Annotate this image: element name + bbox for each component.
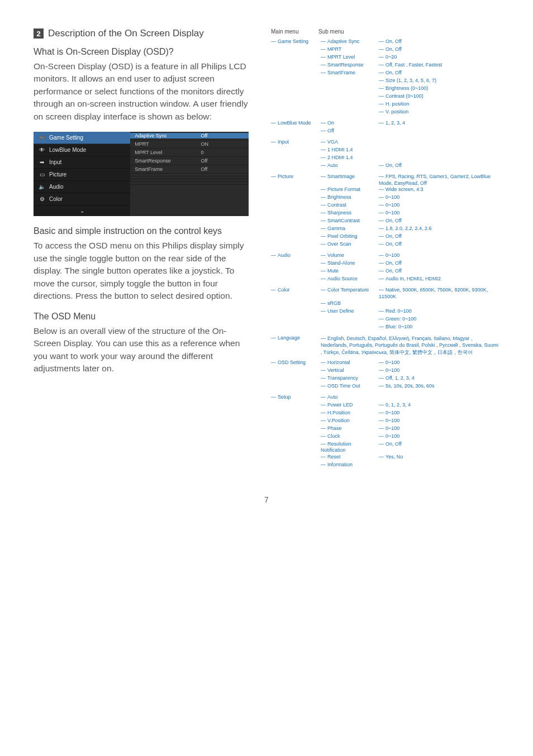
- tree-sub-item: —Auto: [321, 162, 379, 169]
- tree-option: —0~20: [379, 54, 499, 61]
- paragraph: On-Screen Display (OSD) is a feature in …: [34, 60, 249, 123]
- osd-right-list: Adaptive SyncOffMPRTONMPRT Level0SmartRe…: [130, 132, 249, 216]
- tree-sub-item: —Reset: [321, 454, 379, 461]
- tree-sub-item: —SmartResponse: [321, 62, 379, 69]
- tree-option: —On, Off: [379, 46, 499, 53]
- osd-nav-item[interactable]: ▭Picture: [34, 169, 130, 181]
- color-icon: ⚙: [38, 197, 46, 202]
- tree-option: —Red: 0~100: [379, 308, 499, 315]
- tree-option: —On, Off: [379, 260, 499, 267]
- tree-sub-item: —Auto: [321, 394, 379, 401]
- tree-option: —5s, 10s, 20s, 30s, 60s: [379, 383, 499, 390]
- osd-setting-row[interactable]: SmartResponseOff: [130, 157, 249, 165]
- tree-option: —Audio In, HDMI1, HDMI2: [379, 276, 499, 283]
- osd-setting-row: [130, 182, 249, 185]
- tree-main-item: —Input: [271, 139, 321, 146]
- osd-nav-label: Audio: [49, 184, 64, 190]
- osd-nav-item[interactable]: 👁LowBlue Mode: [34, 144, 130, 156]
- osd-nav-label: Input: [49, 159, 61, 165]
- tree-sub-item: —VGA: [321, 139, 379, 146]
- tree-option: —FPS, Racing, RTS, Gamer1, Gamer2, LowBl…: [379, 174, 499, 186]
- tree-option: —Size (1, 2, 3, 4, 5, 6, 7): [379, 78, 499, 84]
- tree-sub-item: —Brightness: [321, 194, 379, 201]
- tree-sub-item: —Clock: [321, 433, 379, 440]
- tree-sub-item: —MPRT Level: [321, 54, 379, 61]
- tree-option: —0~100: [379, 252, 499, 259]
- section-title: Description of the On Screen Display: [48, 28, 204, 39]
- osd-panel: 🎮Game Setting👁LowBlue Mode➡Input▭Picture…: [34, 132, 249, 216]
- tree-sub-item: —1 HDMI 1.4: [321, 147, 379, 154]
- tree-option: —On, Off: [379, 39, 499, 45]
- osd-nav-item[interactable]: ⚙Color: [34, 193, 130, 205]
- tree-sub-item: —Power LED: [321, 402, 379, 409]
- tree-sub-item: —SmartContrast: [321, 218, 379, 224]
- osd-nav-item[interactable]: ➡Input: [34, 156, 130, 169]
- tree-sub-item: —Contrast: [321, 202, 379, 209]
- tree-option: —Wide screen, 4:3: [379, 186, 499, 193]
- tree-sub-item: —MPRT: [321, 46, 379, 53]
- tree-sub-item: —sRGB: [321, 300, 379, 307]
- tree-option: —1, 2, 3, 4: [379, 120, 499, 127]
- tree-option: —0~100: [379, 202, 499, 209]
- tree-option: —Brightness (0~100): [379, 85, 499, 92]
- tree-option: —1.8, 2.0, 2.2, 2.4, 2.6: [379, 226, 499, 232]
- osd-setting-value: Off: [201, 158, 249, 164]
- tree-head-sub: Sub menu: [318, 28, 344, 35]
- tree-sub-item: —Horizontal: [321, 360, 379, 366]
- tree-sub-item: —2 HDMI 1.4: [321, 155, 379, 161]
- tree-option: —0, 1, 2, 3, 4: [379, 402, 499, 409]
- osd-setting-row[interactable]: MPRTON: [130, 140, 249, 149]
- tree-sub-item: —SmartImage: [321, 174, 379, 180]
- tree-main-item: —Audio: [271, 252, 321, 259]
- subsection-heading: Basic and simple instruction on the cont…: [34, 226, 249, 236]
- paragraph: Below is an overall view of the structur…: [34, 325, 249, 375]
- paragraph: To access the OSD menu on this Philips d…: [34, 240, 249, 302]
- osd-nav-label: Color: [49, 196, 63, 202]
- osd-setting-row[interactable]: MPRT Level0: [130, 149, 249, 157]
- tree-sub-item: —User Define: [321, 308, 379, 315]
- tree-main-item: —Picture: [271, 174, 321, 180]
- tree-sub-item: —Off: [321, 128, 379, 135]
- tree-option: —0~100: [379, 367, 499, 374]
- tree-option: —On, Off: [379, 441, 499, 448]
- picture-icon: ▭: [38, 172, 46, 178]
- tree-option: —On, Off: [379, 233, 499, 240]
- tree-sub-item: —Pixel Orbiting: [321, 233, 379, 240]
- tree-sub-item: —OSD Time Out: [321, 383, 379, 390]
- osd-setting-name: SmartFrame: [130, 166, 201, 172]
- tree-sub-item: —On: [321, 120, 379, 127]
- tree-sub-item: —Over Scan: [321, 241, 379, 248]
- page: 2 Description of the On Screen Display W…: [0, 0, 533, 527]
- osd-setting-value: Off: [201, 166, 249, 172]
- tree-option: —Native, 5000K, 6500K, 7500K, 8200K, 930…: [379, 287, 499, 300]
- page-number: 7: [34, 495, 499, 504]
- osd-nav-item[interactable]: 🎮Game Setting: [34, 132, 130, 144]
- left-column: 2 Description of the On Screen Display W…: [34, 28, 249, 384]
- section-number: 2: [34, 28, 44, 39]
- tree-language-list: —English, Deutsch, Español, Ελληνική, Fr…: [321, 335, 499, 356]
- osd-setting-value: Off: [201, 133, 249, 138]
- game-icon: 🎮: [38, 135, 46, 141]
- input-icon: ➡: [38, 160, 46, 165]
- tree-option: —On, Off: [379, 70, 499, 76]
- tree-sub-item: —Adaptive Sync: [321, 39, 379, 45]
- chevron-down-icon[interactable]: ⌄: [34, 205, 130, 216]
- tree-option: —0~100: [379, 210, 499, 217]
- osd-setting-row[interactable]: SmartFrameOff: [130, 165, 249, 174]
- tree-option: —Yes, No: [379, 454, 499, 461]
- tree-sub-item: —V.Position: [321, 418, 379, 424]
- osd-setting-value: ON: [201, 141, 249, 147]
- osd-setting-name: SmartResponse: [130, 158, 201, 164]
- osd-setting-row[interactable]: Adaptive SyncOff: [130, 132, 249, 140]
- tree-sub-item: —Picture Format: [321, 186, 379, 193]
- osd-nav-item[interactable]: 🔈Audio: [34, 181, 130, 193]
- menu-tree-column: Main menu Sub menu —Game Setting—Adaptiv…: [271, 28, 499, 473]
- tree-head-main: Main menu: [271, 28, 318, 35]
- osd-setting-name: Adaptive Sync: [130, 133, 201, 138]
- osd-setting-name: MPRT: [130, 141, 201, 147]
- audio-icon: 🔈: [38, 184, 46, 190]
- tree-sub-item: —Vertical: [321, 367, 379, 374]
- tree-main-item: —LowBlue Mode: [271, 120, 321, 127]
- tree-main-item: —Color: [271, 287, 321, 294]
- tree-option: —Contrast (0~100): [379, 93, 499, 100]
